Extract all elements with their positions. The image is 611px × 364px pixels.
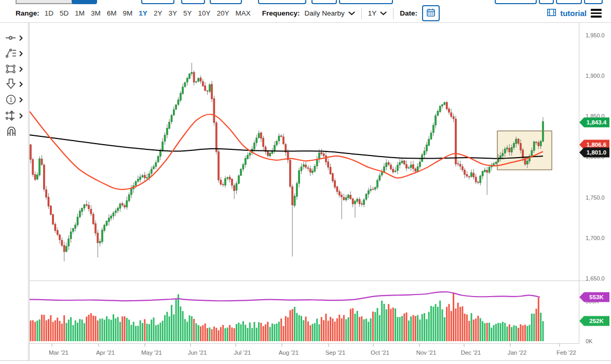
- volume-bar: [135, 326, 137, 341]
- candle-up: [245, 158, 246, 164]
- candle-down: [338, 191, 340, 195]
- volume-bar: [439, 301, 441, 341]
- volume-bar: [222, 325, 224, 341]
- volume-bar: [480, 318, 481, 341]
- candle-up: [140, 177, 141, 179]
- candle-up: [365, 194, 367, 199]
- candle-down: [86, 204, 87, 205]
- volume-bar: [240, 325, 242, 341]
- volume-bar: [453, 292, 454, 341]
- volume-bar: [57, 318, 58, 341]
- candle-down: [473, 173, 474, 177]
- candle-up: [442, 105, 443, 106]
- candle-up: [294, 196, 295, 205]
- volume-bar: [151, 319, 152, 341]
- candle-up: [301, 167, 302, 171]
- candle-up: [224, 178, 226, 185]
- candle-up: [191, 73, 193, 74]
- volume-bar: [533, 314, 535, 341]
- candle-up: [345, 198, 347, 200]
- volume-bar: [461, 306, 463, 341]
- candle-down: [280, 136, 282, 136]
- volume-bar: [296, 313, 297, 341]
- candle-down: [321, 152, 322, 154]
- candle-up: [119, 204, 121, 208]
- candle-up: [113, 213, 114, 216]
- volume-bar: [247, 328, 249, 341]
- candle-down: [307, 168, 309, 169]
- volume-bar: [507, 327, 508, 341]
- volume-bar: [142, 323, 143, 341]
- volume-bar: [153, 317, 155, 341]
- candle-up: [502, 153, 504, 156]
- volume-bar: [52, 322, 54, 341]
- volume-bar: [159, 323, 161, 341]
- candle-up: [276, 141, 278, 145]
- candle-up: [108, 218, 110, 221]
- candle-up: [484, 170, 485, 172]
- month-label: Sep '21: [325, 349, 346, 356]
- volume-bar: [84, 323, 85, 341]
- volume-bar: [182, 311, 184, 341]
- month-label: Jun '21: [188, 349, 207, 356]
- volume-bar: [542, 321, 544, 341]
- volume-bar: [234, 328, 235, 341]
- candle-up: [106, 221, 107, 225]
- volume-bar: [256, 328, 257, 341]
- volume-bar: [227, 328, 228, 341]
- volume-bar: [111, 320, 112, 341]
- volume-bar: [72, 325, 74, 341]
- volume-bar: [484, 323, 485, 341]
- volume-bar: [359, 317, 360, 341]
- volume-bar: [186, 321, 188, 341]
- candle-up: [303, 165, 304, 166]
- candle-up: [379, 176, 381, 180]
- volume-bar: [231, 327, 233, 341]
- volume-bar: [437, 307, 439, 341]
- candle-up: [173, 110, 174, 115]
- candle-up: [75, 225, 76, 228]
- volume-bar: [435, 304, 437, 341]
- volume-bar: [276, 324, 278, 341]
- volume-bar: [529, 325, 531, 341]
- volume-bar: [401, 316, 403, 341]
- candle-down: [211, 85, 213, 99]
- candle-down: [403, 161, 405, 164]
- volume-bar: [202, 325, 203, 341]
- volume-bar: [500, 323, 501, 341]
- candle-down: [359, 200, 360, 204]
- candle-down: [509, 148, 510, 152]
- candle-up: [368, 191, 369, 194]
- candle-up: [430, 133, 432, 139]
- candle-up: [195, 82, 197, 82]
- volume-bar: [392, 307, 394, 341]
- candle-down: [63, 245, 65, 251]
- candle-down: [61, 240, 63, 245]
- candle-down: [92, 214, 94, 224]
- volume-axis-label: 0K: [586, 338, 593, 344]
- volume-bar: [104, 319, 105, 341]
- candle-up: [312, 171, 314, 173]
- volume-bar: [518, 328, 519, 341]
- candle-up: [227, 177, 228, 178]
- candle-up: [148, 174, 150, 177]
- candle-up: [296, 184, 297, 197]
- volume-bar: [65, 323, 67, 341]
- candle-down: [57, 230, 58, 234]
- candle-down: [205, 86, 206, 90]
- volume-bar: [77, 323, 78, 341]
- candle-down: [144, 175, 145, 178]
- candle-down: [328, 162, 329, 167]
- volume-bar: [318, 324, 320, 341]
- candle-up: [316, 159, 318, 166]
- volume-bar: [466, 315, 468, 341]
- volume-bar: [46, 320, 47, 341]
- volume-bar: [388, 304, 389, 341]
- volume-bar: [245, 325, 246, 341]
- volume-bar: [370, 318, 372, 341]
- volume-bar: [334, 321, 336, 341]
- candle-down: [466, 174, 468, 176]
- volume-bar: [215, 328, 217, 341]
- candle-up: [175, 105, 177, 109]
- volume-bar: [383, 304, 385, 341]
